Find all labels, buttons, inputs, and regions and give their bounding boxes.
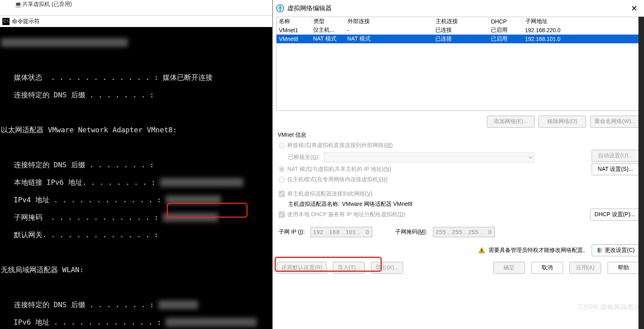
change-settings-button[interactable]: 更改设置(C) — [592, 244, 639, 256]
svg-rect-0 — [481, 249, 482, 251]
admin-note: 需要具备管理员特权才能修改网络配置。 — [488, 247, 588, 254]
cmd-title-text: 命令提示符 — [12, 18, 40, 25]
col-name[interactable]: 名称 — [277, 17, 311, 26]
vmnet-info-group-title: VMnet 信息 — [273, 130, 644, 139]
cmd-output: xxxxxxxxxxxxxxxxxxxxxxxxxxxxx 媒体状态 . . .… — [0, 27, 272, 329]
ok-button[interactable]: 确定 — [493, 262, 525, 274]
dialog-titlebar: 虚拟网络编辑器 ✕ — [273, 0, 644, 17]
subnet-ip-input[interactable] — [310, 227, 372, 237]
vm-tree-sidebar: 💻 共享虚拟机 (已弃用) — [0, 0, 272, 15]
shared-vm-icon: 💻 — [15, 2, 21, 7]
col-external[interactable]: 外部连接 — [345, 17, 433, 26]
shield-icon — [596, 247, 603, 254]
host-adapter-name-value: VMware 网络适配器 VMnet8 — [342, 201, 412, 208]
svg-rect-1 — [481, 252, 482, 253]
remove-network-button[interactable]: 移除网络(O) — [538, 116, 586, 128]
radio-hostonly[interactable] — [279, 176, 285, 183]
apply-button[interactable]: 应用(A) — [569, 262, 601, 274]
col-dhcp[interactable]: DHCP — [488, 17, 523, 26]
radio-nat[interactable] — [279, 166, 285, 172]
auto-bridge-button[interactable]: 自动设置(U)... — [592, 150, 639, 162]
close-icon[interactable]: ✕ — [625, 0, 643, 17]
right-dark-strip — [638, 17, 644, 329]
cancel-button[interactable]: 取消 — [531, 262, 563, 274]
tree-item-shared-vms[interactable]: 💻 共享虚拟机 (已弃用) — [3, 1, 269, 8]
watermark: CSDN @御风闯星河 — [579, 303, 641, 312]
check-host-adapter-label: 将主机虚拟适配器连接到此网络(V) — [287, 190, 373, 197]
table-row[interactable]: VMnet1仅主机...-已连接已启用192.168.220.0 — [277, 26, 640, 35]
cmd-window-titlebar: C:\ 命令提示符 — [0, 15, 272, 27]
cmd-icon: C:\ — [2, 18, 10, 25]
subnet-mask-input[interactable] — [433, 227, 495, 237]
col-type[interactable]: 类型 — [311, 17, 345, 26]
nat-settings-button[interactable]: NAT 设置(S)... — [592, 163, 639, 175]
check-use-dhcp-label: 使用本地 DHCP 服务将 IP 地址分配给虚拟机(D) — [287, 211, 405, 218]
col-subnet[interactable]: 子网地址 — [523, 17, 640, 26]
subnet-ip-label: 子网 IP (I): — [279, 228, 305, 236]
bridged-to-label: 已桥接至(G): — [288, 154, 320, 161]
help-button[interactable]: 帮助 — [607, 262, 639, 274]
dhcp-settings-button[interactable]: DHCP 设置(P)... — [590, 209, 639, 221]
table-header-row: 名称 类型 外部连接 主机连接 DHCP 子网地址 — [277, 17, 640, 26]
network-table[interactable]: 名称 类型 外部连接 主机连接 DHCP 子网地址 VMnet1仅主机...-已… — [276, 17, 641, 111]
table-row[interactable]: VMnet8NAT 模式NAT 模式已连接已启用192.168.101.0 — [277, 35, 640, 43]
check-use-dhcp[interactable] — [279, 211, 285, 218]
bridged-to-select[interactable] — [324, 152, 534, 163]
dialog-title: 虚拟网络编辑器 — [287, 4, 332, 13]
rename-network-button[interactable]: 重命名网络(W)... — [590, 116, 640, 128]
restore-defaults-button[interactable]: 还原默认设置(R) — [277, 262, 327, 274]
tree-item-label: 共享虚拟机 (已弃用) — [22, 1, 72, 8]
subnet-mask-label: 子网掩码(M): — [395, 228, 427, 236]
globe-icon — [276, 4, 284, 12]
col-host[interactable]: 主机连接 — [433, 17, 488, 26]
check-host-adapter[interactable] — [279, 191, 285, 197]
radio-nat-label: NAT 模式(与虚拟机共享主机的 IP 地址)(N) — [287, 166, 391, 173]
radio-hostonly-label: 仅主机模式(在专用网络内连接虚拟机)(H) — [287, 176, 388, 183]
host-adapter-name-label: 主机虚拟适配器名称: — [288, 201, 340, 208]
warning-icon — [478, 247, 485, 254]
radio-bridge[interactable] — [279, 142, 285, 149]
add-network-button[interactable]: 添加网络(E)... — [487, 116, 534, 128]
radio-bridge-label: 桥接模式(将虚拟机直接连接到外部网络)(B) — [287, 142, 393, 149]
export-button[interactable]: 导出(X)... — [371, 262, 403, 274]
import-button[interactable]: 导入(T)... — [333, 262, 365, 274]
virtual-network-editor-dialog: 虚拟网络编辑器 ✕ 名称 类型 外部连接 主机连接 DHCP 子网地址 VMne… — [272, 0, 644, 329]
